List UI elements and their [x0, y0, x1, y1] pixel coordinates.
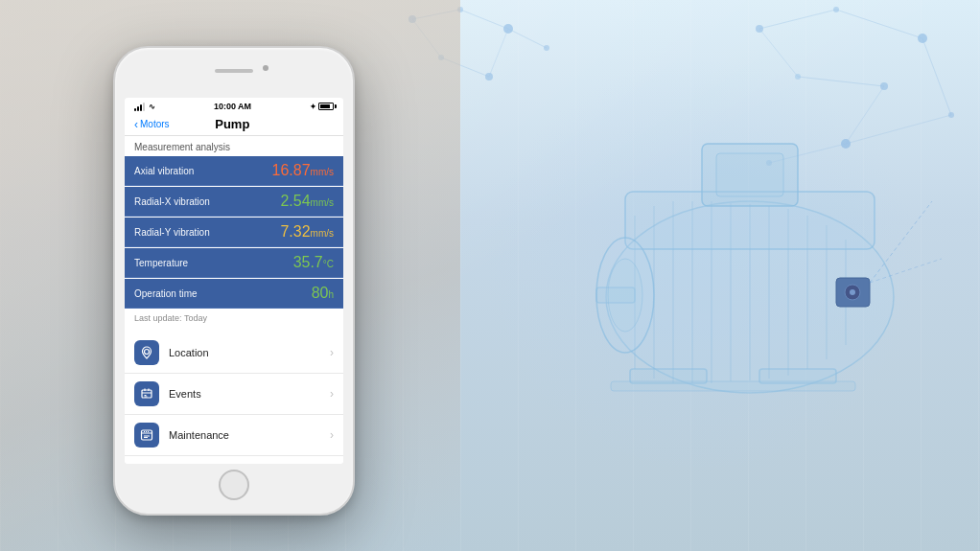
menu-item-location[interactable]: Location › [125, 333, 343, 374]
measurement-row-radialy: Radial-Y vibration 7.32mm/s [125, 218, 343, 247]
measurement-number-optime: 80 [312, 285, 329, 301]
nav-bar: ‹ Motors Pump [125, 113, 343, 136]
battery-fill [320, 104, 330, 108]
measurement-rows: Axial vibration 16.87mm/s Radial-X vibra… [125, 156, 343, 309]
measurement-label-optime: Operation time [134, 288, 198, 299]
measurement-label-radialx: Radial-X vibration [134, 196, 210, 207]
phone-speaker [215, 69, 253, 73]
measurement-value-axial: 16.87mm/s [272, 162, 335, 179]
measurement-label-axial: Axial vibration [134, 166, 194, 176]
svg-rect-43 [716, 153, 783, 196]
signal-bar-2 [137, 106, 139, 111]
maintenance-chevron-icon: › [330, 428, 334, 442]
measurement-row-temp: Temperature 35.7°C [125, 248, 343, 278]
back-label: Motors [140, 119, 170, 129]
measurement-unit-temp: °C [323, 259, 334, 269]
svg-point-55 [145, 350, 150, 355]
back-chevron-icon: ‹ [134, 118, 138, 131]
maintenance-icon-wrap [134, 423, 159, 448]
measurement-row-axial: Axial vibration 16.87mm/s [125, 156, 343, 186]
measurement-label-radialy: Radial-Y vibration [134, 227, 210, 238]
signal-bar-1 [134, 108, 136, 111]
home-button[interactable] [219, 470, 249, 500]
menu-item-maintenance[interactable]: Maintenance › [125, 415, 343, 456]
measurement-value-temp: 35.7°C [293, 254, 334, 271]
measurement-number-radialy: 7.32 [280, 223, 310, 240]
phone-camera [263, 65, 268, 71]
menu-item-events[interactable]: Events › [125, 374, 343, 415]
measurement-row-optime: Operation time 80h [125, 279, 343, 309]
status-right: ✦ [310, 103, 334, 111]
nav-title: Pump [170, 117, 295, 131]
location-icon-wrap [134, 340, 159, 365]
motor-illustration [462, 19, 961, 498]
measurement-value-radialy: 7.32mm/s [280, 223, 334, 241]
measurement-header: Measurement analysis [125, 136, 343, 156]
status-bar: ∿ 10:00 AM ✦ [125, 98, 343, 113]
measurement-value-optime: 80h [312, 285, 334, 302]
bluetooth-icon: ✦ [310, 103, 316, 111]
measurement-unit-radialy: mm/s [311, 228, 334, 239]
svg-rect-52 [611, 381, 855, 391]
svg-point-46 [850, 289, 855, 295]
events-icon-wrap [134, 381, 159, 406]
measurement-unit-radialx: mm/s [311, 197, 334, 208]
measurement-unit-axial: mm/s [311, 167, 334, 177]
menu-item-motor-information[interactable]: Motor information › [125, 456, 343, 464]
phone-screen: ∿ 10:00 AM ✦ ‹ Motors Pump Measurement a… [125, 98, 343, 464]
battery-icon [318, 103, 334, 110]
signal-bar-3 [140, 104, 142, 111]
svg-point-49 [608, 259, 642, 332]
location-icon [140, 346, 153, 359]
measurement-number-radialx: 2.54 [280, 193, 310, 209]
back-button[interactable]: ‹ Motors [134, 118, 170, 131]
last-update: Last update: Today [125, 310, 343, 327]
location-chevron-icon: › [330, 346, 334, 359]
wifi-icon: ∿ [149, 103, 155, 111]
status-left: ∿ [134, 102, 155, 111]
measurement-number-axial: 16.87 [272, 162, 311, 178]
menu-section: Location › Events › [125, 333, 343, 464]
menu-label-events: Events [169, 388, 330, 400]
measurement-number-temp: 35.7 [293, 254, 323, 270]
menu-label-maintenance: Maintenance [169, 429, 330, 441]
events-icon [140, 387, 153, 401]
measurement-value-radialx: 2.54mm/s [280, 193, 334, 210]
measurement-unit-optime: h [328, 289, 334, 300]
status-time: 10:00 AM [214, 102, 251, 111]
measurement-row-radialx: Radial-X vibration 2.54mm/s [125, 187, 343, 217]
signal-bars [134, 102, 145, 111]
maintenance-icon [140, 428, 153, 442]
svg-line-53 [870, 201, 932, 283]
menu-label-location: Location [169, 347, 330, 358]
events-chevron-icon: › [330, 387, 334, 401]
signal-bar-4 [143, 103, 145, 111]
phone: ∿ 10:00 AM ✦ ‹ Motors Pump Measurement a… [113, 46, 355, 516]
measurement-label-temp: Temperature [134, 258, 188, 268]
